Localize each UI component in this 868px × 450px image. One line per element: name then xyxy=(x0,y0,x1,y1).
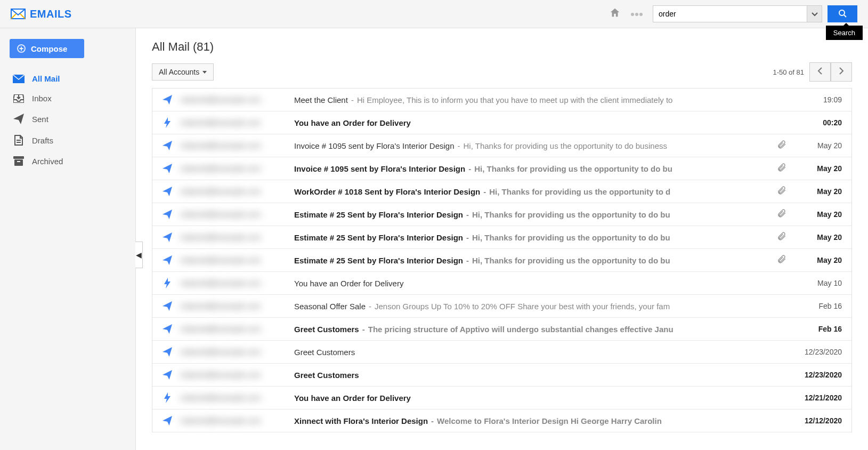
mail-row[interactable]: redacted@example.comWorkOrder # 1018 Sen… xyxy=(152,180,851,203)
send-icon xyxy=(162,141,173,150)
attachment-icon xyxy=(777,254,786,266)
mail-date: 12/23/2020 xyxy=(794,371,842,379)
sidebar-item-sent[interactable]: Sent xyxy=(10,108,126,130)
search-button[interactable]: Search xyxy=(828,5,857,22)
mail-sender: redacted@example.com xyxy=(180,416,287,425)
mail-content: Greet Customers - The pricing structure … xyxy=(294,325,786,334)
mail-row[interactable]: redacted@example.comGreet Customers12/23… xyxy=(152,341,851,364)
mail-preview: Jenson Groups Up To 10% to 20% OFF Share… xyxy=(375,302,670,311)
svg-point-4 xyxy=(839,10,845,15)
send-icon xyxy=(162,370,173,380)
mail-subject: Invoice # 1095 sent by Flora's Interior … xyxy=(294,164,465,173)
mail-sender: redacted@example.com xyxy=(180,302,287,310)
mail-row[interactable]: redacted@example.comXinnect with Flora's… xyxy=(152,409,851,432)
search-dropdown[interactable] xyxy=(807,5,822,22)
mail-row[interactable]: redacted@example.comEstimate # 25 Sent b… xyxy=(152,226,851,249)
mail-row[interactable]: redacted@example.comYou have an Order fo… xyxy=(152,111,851,134)
attachment-icon xyxy=(777,231,786,243)
caret-down-icon xyxy=(202,71,207,74)
sidebar-item-archived[interactable]: Archived xyxy=(10,151,126,171)
mail-date: 12/21/2020 xyxy=(794,393,842,402)
mail-date: May 20 xyxy=(794,210,842,219)
mail-date: May 20 xyxy=(794,233,842,242)
mail-subject: Estimate # 25 Sent by Flora's Interior D… xyxy=(294,256,463,265)
attachment-icon xyxy=(777,163,786,174)
mail-date: May 20 xyxy=(794,256,842,264)
send-icon xyxy=(162,187,173,196)
separator: - xyxy=(466,210,469,219)
compose-label: Compose xyxy=(31,44,67,53)
mail-date: Feb 16 xyxy=(794,302,842,310)
compose-button[interactable]: + Compose xyxy=(10,39,84,58)
accounts-dropdown[interactable]: All Accounts xyxy=(152,63,214,81)
pager-prev[interactable] xyxy=(809,62,831,82)
mail-sender: redacted@example.com xyxy=(180,256,287,264)
envelope-icon xyxy=(13,75,25,83)
mail-subject: Meet the Client xyxy=(294,95,348,105)
mail-date: May 20 xyxy=(794,141,842,150)
mail-row[interactable]: redacted@example.comGreet Customers - Th… xyxy=(152,318,851,341)
separator: - xyxy=(369,302,371,311)
mail-row[interactable]: redacted@example.comYou have an Order fo… xyxy=(152,387,851,409)
send-icon xyxy=(13,114,25,124)
mail-row[interactable]: redacted@example.comEstimate # 25 Sent b… xyxy=(152,203,851,226)
mail-sender: redacted@example.com xyxy=(180,348,287,356)
mail-date: 12/12/2020 xyxy=(794,416,842,425)
mail-date: 19:09 xyxy=(794,95,842,104)
mail-content: You have an Order for Delivery xyxy=(294,279,786,288)
send-icon xyxy=(162,232,173,242)
mail-sender: redacted@example.com xyxy=(180,279,287,287)
mail-preview: Hi, Thanks for providing us the opportun… xyxy=(472,233,670,242)
mail-subject: Greet Customers xyxy=(294,348,355,357)
mail-subject: Estimate # 25 Sent by Flora's Interior D… xyxy=(294,233,463,242)
send-icon xyxy=(162,301,173,311)
separator: - xyxy=(466,233,469,242)
nav-label: Inbox xyxy=(32,94,52,103)
mail-content: WorkOrder # 1018 Sent by Flora's Interio… xyxy=(294,187,767,196)
nav-label: All Mail xyxy=(32,74,60,83)
home-icon[interactable] xyxy=(609,7,621,21)
mail-row[interactable]: redacted@example.comMeet the Client - Hi… xyxy=(152,89,851,111)
mail-row[interactable]: redacted@example.comEstimate # 25 Sent b… xyxy=(152,249,851,272)
sidebar-item-drafts[interactable]: Drafts xyxy=(10,130,126,151)
accounts-label: All Accounts xyxy=(159,68,199,76)
chevron-down-icon xyxy=(812,9,818,19)
search-input[interactable] xyxy=(653,5,807,22)
mail-sender: redacted@example.com xyxy=(180,141,287,150)
mail-subject: You have an Order for Delivery xyxy=(294,118,411,127)
mail-subject: Invoice # 1095 sent by Flora's Interior … xyxy=(294,141,455,150)
mail-content: Invoice # 1095 sent by Flora's Interior … xyxy=(294,164,767,173)
mail-row[interactable]: redacted@example.comYou have an Order fo… xyxy=(152,272,851,295)
mail-preview: Hi, Thanks for providing us the opportun… xyxy=(472,210,670,219)
mail-content: Invoice # 1095 sent by Flora's Interior … xyxy=(294,141,767,150)
nav-label: Sent xyxy=(32,115,48,124)
svg-rect-9 xyxy=(17,161,20,162)
separator: - xyxy=(458,141,460,150)
mail-row[interactable]: redacted@example.comInvoice # 1095 sent … xyxy=(152,134,851,157)
mail-sender: redacted@example.com xyxy=(180,164,287,173)
separator: - xyxy=(362,325,365,334)
sidebar: + Compose All MailInboxSentDraftsArchive… xyxy=(0,28,136,450)
logo[interactable]: EMAILS xyxy=(11,8,72,20)
mail-preview: Hi, Thanks for providing us the opportun… xyxy=(472,256,670,265)
sidebar-item-inbox[interactable]: Inbox xyxy=(10,89,126,108)
mail-preview: The pricing structure of Apptivo will un… xyxy=(368,325,674,334)
pager-next[interactable] xyxy=(831,62,852,82)
mail-subject: You have an Order for Delivery xyxy=(294,279,403,288)
mail-date: 12/23/2020 xyxy=(794,348,842,356)
mail-row[interactable]: redacted@example.comSeasonal Offer Sale … xyxy=(152,295,851,318)
svg-point-3 xyxy=(639,13,643,16)
page-title: All Mail (81) xyxy=(152,40,214,54)
mail-row[interactable]: redacted@example.comInvoice # 1095 sent … xyxy=(152,157,851,180)
more-icon[interactable] xyxy=(630,9,643,19)
separator: - xyxy=(351,95,354,105)
search-icon xyxy=(838,9,847,19)
svg-point-1 xyxy=(631,13,634,16)
mail-date: May 20 xyxy=(794,164,842,173)
mail-row[interactable]: redacted@example.comGreet Customers12/23… xyxy=(152,364,851,387)
mail-sender: redacted@example.com xyxy=(180,233,287,242)
separator: - xyxy=(483,187,486,196)
logo-text: EMAILS xyxy=(30,8,72,20)
sidebar-item-all-mail[interactable]: All Mail xyxy=(10,69,126,89)
mail-sender: redacted@example.com xyxy=(180,118,287,127)
